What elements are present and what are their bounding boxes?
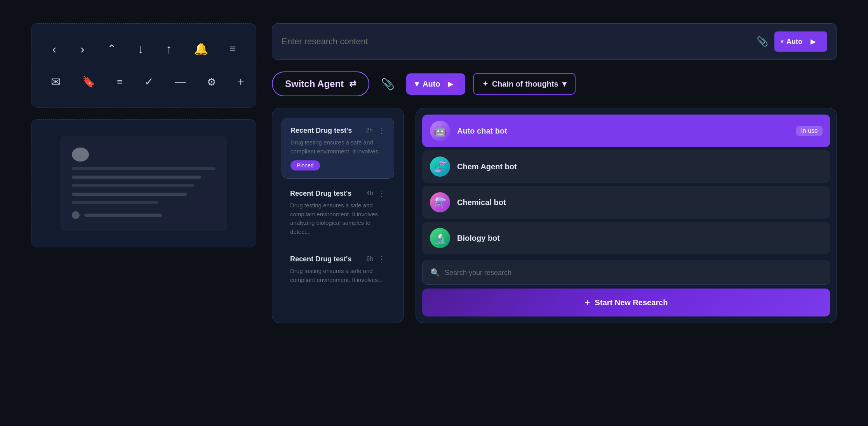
preview-footer-dot	[72, 211, 80, 219]
agent-name-4: Biology bot	[457, 234, 823, 243]
agent-name-3: Chemical bot	[457, 198, 823, 207]
research-card-2-time: 4h	[366, 190, 373, 197]
check-icon[interactable]: ✓	[144, 74, 153, 90]
research-card-2-meta: 4h ⋮	[366, 189, 386, 198]
preview-footer	[72, 211, 216, 219]
search-icon: 🔍	[430, 268, 440, 277]
start-new-button[interactable]: + Start New Research	[422, 289, 830, 316]
minus-icon[interactable]: —	[175, 74, 186, 90]
research-card-1-meta: 2h ⋮	[366, 126, 385, 135]
agent-panel-footer: 🔍 Search your research + Start New Resea…	[422, 261, 830, 316]
preview-line-1	[72, 167, 216, 170]
bookmark-icon[interactable]: 🔖	[82, 74, 96, 90]
left-panels: ‹ › ⌃ ↓ ↑ 🔔 ≡ ✉ 🔖 ≡ ✓ — ⚙ +	[31, 23, 256, 247]
more-icon-1[interactable]: ⋮	[377, 126, 385, 135]
up-arrow-icon[interactable]: ↑	[165, 41, 172, 57]
in-use-badge: In use	[796, 126, 823, 136]
agent-avatar-1: 🤖	[430, 121, 450, 141]
down-arrow-icon[interactable]: ↓	[137, 41, 144, 57]
toolbar-row: Switch Agent ⇄ 📎 ▾ Auto ▶ ✦ Chain of tho…	[272, 71, 837, 96]
agent-panel: 🤖 Auto chat bot In use 🧬 Chem Agent bot …	[416, 108, 837, 323]
chain-thoughts-label: Chain of thoughts	[492, 80, 558, 89]
attach-toolbar-icon[interactable]: 📎	[377, 74, 398, 94]
bell-icon[interactable]: 🔔	[194, 41, 208, 57]
agent-item-2[interactable]: 🧬 Chem Agent bot	[422, 150, 830, 183]
research-card-1-time: 2h	[366, 127, 373, 134]
research-card-2[interactable]: Recent Drug test's 4h ⋮ Drug testing ens…	[282, 180, 394, 244]
icon-row-1: ‹ › ⌃ ↓ ↑ 🔔 ≡	[51, 41, 237, 57]
preview-line-4	[72, 193, 187, 196]
switch-agent-button[interactable]: Switch Agent ⇄	[272, 71, 369, 96]
preview-avatar	[72, 148, 89, 162]
mail-icon[interactable]: ✉	[51, 74, 61, 90]
research-card-3-meta: 6h ⋮	[366, 254, 386, 264]
pinned-badge: Pinned	[290, 160, 320, 170]
input-bar: 📎 ▾ Auto ▶	[272, 23, 837, 60]
auto-toolbar-label: Auto	[423, 80, 440, 89]
research-card-2-title: Recent Drug test's	[290, 190, 351, 198]
preview-line-5	[72, 201, 158, 204]
preview-line-2	[72, 176, 201, 179]
auto-label: Auto	[786, 38, 802, 46]
more-icon-2[interactable]: ⋮	[378, 189, 386, 198]
forward-icon[interactable]: ›	[79, 41, 85, 57]
main-container: ‹ › ⌃ ↓ ↑ 🔔 ≡ ✉ 🔖 ≡ ✓ — ⚙ +	[0, 0, 868, 426]
more-icon-3[interactable]: ⋮	[378, 254, 386, 264]
agent-avatar-4: 🔬	[430, 228, 450, 248]
chain-chevron: ▾	[562, 79, 566, 89]
research-card-1[interactable]: Recent Drug test's 2h ⋮ Drug testing ens…	[282, 118, 394, 179]
agent-name-1: Auto chat bot	[457, 127, 789, 136]
start-new-plus-icon: +	[585, 297, 590, 308]
up-chevron-icon[interactable]: ⌃	[107, 41, 116, 57]
research-card-3-title: Recent Drug test's	[290, 255, 351, 263]
send-button[interactable]: ▶	[805, 35, 821, 49]
research-card-1-desc: Drug testing ensures a safe and complian…	[290, 138, 385, 156]
research-card-2-header: Recent Drug test's 4h ⋮	[290, 189, 386, 198]
research-card-3-desc: Drug testing ensures a safe and complian…	[290, 267, 386, 284]
auto-chevron-down: ▾	[781, 38, 783, 45]
equals-icon[interactable]: ≡	[117, 74, 123, 90]
agent-item-3[interactable]: ⚗️ Chemical bot	[422, 186, 830, 219]
settings-icon[interactable]: ⚙	[207, 74, 216, 90]
attach-icon[interactable]: 📎	[757, 36, 768, 47]
back-icon[interactable]: ‹	[51, 41, 57, 57]
icon-panel: ‹ › ⌃ ↓ ↑ 🔔 ≡ ✉ 🔖 ≡ ✓ — ⚙ +	[31, 23, 256, 108]
research-card-3-header: Recent Drug test's 6h ⋮	[290, 254, 386, 264]
preview-footer-line	[84, 214, 162, 217]
research-card-2-desc: Drug testing ensures a safe and complian…	[290, 201, 386, 236]
plus-icon[interactable]: +	[237, 74, 244, 90]
agent-name-2: Chem Agent bot	[457, 162, 823, 171]
agent-item-4[interactable]: 🔬 Biology bot	[422, 222, 830, 254]
search-placeholder: Search your research	[445, 269, 511, 277]
auto-chevron: ▾	[415, 79, 419, 89]
bottom-panels: Recent Drug test's 2h ⋮ Drug testing ens…	[272, 108, 837, 323]
research-input[interactable]	[282, 37, 757, 47]
auto-badge[interactable]: ▾ Auto ▶	[774, 31, 827, 52]
research-list-panel: Recent Drug test's 2h ⋮ Drug testing ens…	[272, 108, 404, 323]
input-bar-actions: 📎 ▾ Auto ▶	[757, 31, 827, 52]
auto-send-icon: ▶	[444, 79, 457, 89]
research-card-3[interactable]: Recent Drug test's 6h ⋮ Drug testing ens…	[282, 246, 394, 292]
start-new-label: Start New Research	[595, 298, 668, 307]
switch-icon: ⇄	[349, 79, 356, 89]
research-card-1-header: Recent Drug test's 2h ⋮	[290, 126, 385, 135]
switch-agent-label: Switch Agent	[285, 78, 344, 89]
right-content: 📎 ▾ Auto ▶ Switch Agent ⇄ 📎 ▾ Auto ▶ ✦	[272, 23, 837, 323]
agent-item-1[interactable]: 🤖 Auto chat bot In use	[422, 115, 830, 147]
agent-avatar-2: 🧬	[430, 156, 450, 177]
sparkle-icon: ✦	[482, 80, 488, 88]
preview-panel	[31, 119, 256, 247]
preview-line-3	[72, 184, 194, 187]
chain-thoughts-button[interactable]: ✦ Chain of thoughts ▾	[473, 73, 576, 95]
preview-card	[60, 136, 227, 231]
search-research-bar[interactable]: 🔍 Search your research	[422, 261, 830, 285]
menu-icon[interactable]: ≡	[230, 41, 237, 57]
research-card-1-title: Recent Drug test's	[290, 127, 352, 135]
agent-avatar-3: ⚗️	[430, 192, 450, 212]
icon-row-2: ✉ 🔖 ≡ ✓ — ⚙ +	[51, 74, 237, 90]
auto-toolbar-badge[interactable]: ▾ Auto ▶	[406, 73, 465, 95]
research-card-3-time: 6h	[366, 256, 373, 263]
